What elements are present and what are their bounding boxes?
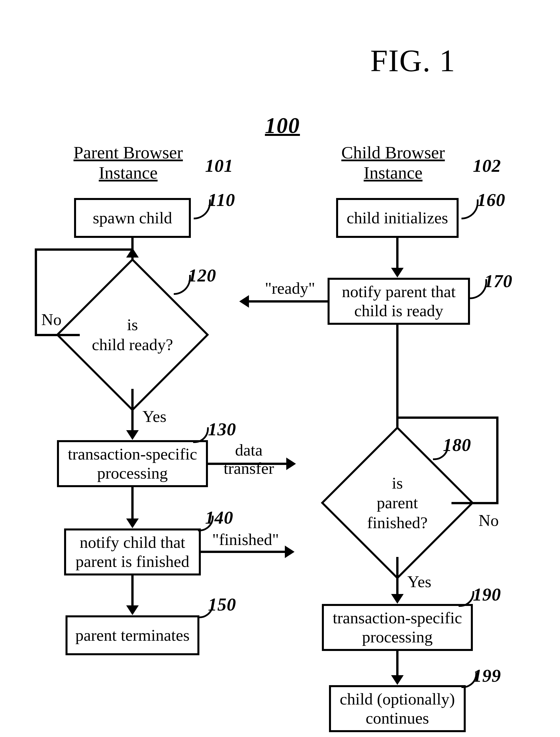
edge-180-190 bbox=[396, 557, 398, 595]
parent-column-title: Parent Browser Instance bbox=[66, 142, 191, 183]
node-120-is-child-ready: is child ready? bbox=[78, 281, 187, 389]
node-140-notify-child: notify child that parent is finished bbox=[64, 528, 201, 575]
arrowhead-icon bbox=[391, 675, 404, 685]
edge-170-180 bbox=[396, 325, 398, 439]
arrowhead-icon bbox=[286, 458, 296, 470]
ref-110: 110 bbox=[208, 189, 235, 211]
node-130-transaction-processing: transaction-specific processing bbox=[57, 440, 208, 487]
edge-180-no-top bbox=[397, 417, 498, 419]
node-130-text: transaction-specific processing bbox=[68, 445, 197, 483]
node-110-text: spawn child bbox=[93, 209, 172, 228]
ref-160: 160 bbox=[477, 189, 505, 211]
node-199-text: child (optionally) continues bbox=[340, 690, 455, 728]
flowchart-canvas: FIG. 1 100 Parent Browser Instance 101 C… bbox=[0, 0, 560, 737]
edge-170-ready bbox=[248, 300, 328, 303]
ref-101: 101 bbox=[205, 155, 233, 176]
edge-180-no-v bbox=[496, 419, 498, 504]
figure-number: 100 bbox=[265, 113, 300, 138]
edge-130-140 bbox=[131, 487, 134, 520]
edge-label-no-180: No bbox=[479, 511, 499, 530]
node-150-parent-terminates: parent terminates bbox=[66, 615, 199, 655]
ref-199: 199 bbox=[473, 665, 501, 686]
ref-170: 170 bbox=[484, 271, 512, 292]
edge-label-yes-120: Yes bbox=[142, 407, 166, 426]
edge-180-no-h bbox=[451, 502, 498, 504]
node-150-text: parent terminates bbox=[75, 626, 190, 645]
child-column-title: Child Browser Instance bbox=[330, 142, 456, 183]
arrowhead-icon bbox=[391, 268, 404, 277]
arrowhead-icon bbox=[126, 248, 139, 258]
arrowhead-icon bbox=[126, 518, 139, 528]
ref-130: 130 bbox=[208, 419, 236, 440]
node-180-is-parent-finished: is parent finished? bbox=[343, 449, 451, 557]
arrowhead-icon bbox=[126, 430, 139, 440]
edge-120-130 bbox=[131, 389, 134, 432]
node-160-child-initializes: child initializes bbox=[336, 198, 459, 238]
arrowhead-icon bbox=[285, 546, 295, 558]
hook-icon bbox=[461, 199, 479, 219]
edge-120-no-v bbox=[35, 251, 37, 336]
node-170-notify-parent: notify parent that child is ready bbox=[328, 278, 470, 325]
edge-120-no-h bbox=[37, 334, 80, 336]
edge-label-data-transfer: data transfer bbox=[224, 441, 274, 477]
edge-label-ready: "ready" bbox=[265, 279, 315, 297]
node-110-spawn-child: spawn child bbox=[74, 198, 191, 238]
edge-160-170 bbox=[396, 238, 398, 269]
node-190-transaction-processing: transaction-specific processing bbox=[322, 604, 473, 651]
arrowhead-icon bbox=[239, 295, 249, 308]
edge-190-199 bbox=[396, 651, 398, 677]
node-120-text: is child ready? bbox=[70, 281, 195, 389]
edge-140-150 bbox=[131, 575, 134, 607]
ref-102: 102 bbox=[473, 155, 501, 176]
edge-120-no-top bbox=[35, 248, 132, 251]
edge-140-finished bbox=[201, 551, 286, 553]
node-190-text: transaction-specific processing bbox=[333, 609, 462, 646]
node-160-text: child initializes bbox=[347, 209, 448, 228]
node-140-text: notify child that parent is finished bbox=[75, 533, 189, 571]
node-170-text: notify parent that child is ready bbox=[342, 282, 455, 320]
edge-label-yes-180: Yes bbox=[407, 573, 431, 591]
ref-150: 150 bbox=[208, 594, 236, 615]
figure-title: FIG. 1 bbox=[370, 43, 455, 79]
ref-120: 120 bbox=[188, 265, 216, 286]
edge-label-no-120: No bbox=[41, 311, 62, 329]
node-180-text: is parent finished? bbox=[335, 449, 460, 557]
ref-140: 140 bbox=[205, 507, 233, 528]
edge-label-finished: "finished" bbox=[212, 530, 279, 549]
node-199-child-continues: child (optionally) continues bbox=[329, 685, 466, 732]
arrowhead-icon bbox=[126, 605, 139, 615]
ref-180: 180 bbox=[443, 434, 471, 456]
arrowhead-icon bbox=[391, 594, 404, 604]
ref-190: 190 bbox=[473, 584, 501, 605]
